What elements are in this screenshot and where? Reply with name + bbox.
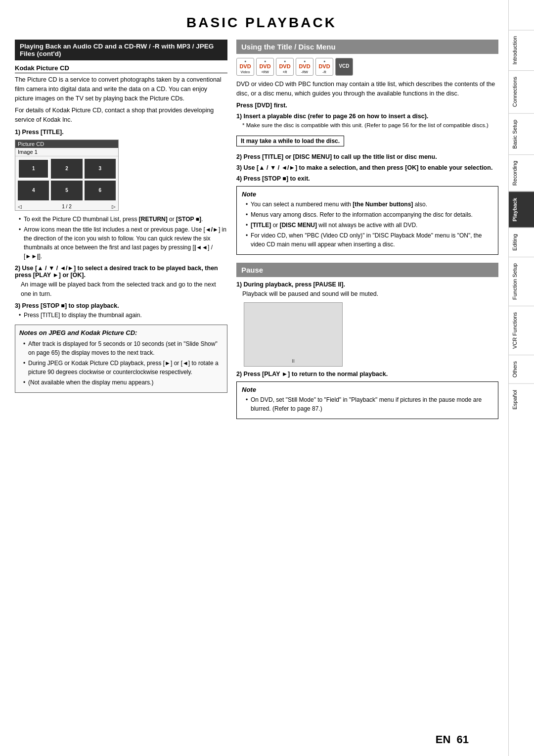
kodak-step3-label: 3) Press [STOP ■] to stop playback.	[15, 302, 227, 309]
disc-menu-intro: DVD or video CD with PBC function may co…	[236, 80, 498, 98]
thumb-5: 5	[51, 181, 82, 200]
kodak-step2-label: 2) Use [▲ / ▼ / ◄/►] to select a desired…	[15, 265, 227, 279]
kodak-para1: The Picture CD is a service to convert p…	[15, 75, 227, 103]
pause-step2-label: 2) Press [PLAY ►] to return to the norma…	[236, 371, 498, 378]
disc-step4-label: 4) Press [STOP ■] to exit.	[236, 175, 498, 182]
disc-step1-label: 1) Insert a playable disc (refer to page…	[236, 113, 498, 120]
thumb-1: 1	[18, 159, 49, 179]
notes-jpeg-bullet-3: (Not available when the display menu app…	[23, 378, 223, 387]
page-number: EN 61	[436, 733, 469, 746]
pause-image: ⏸	[244, 302, 343, 367]
sidebar-item-function-setup[interactable]: Function Setup	[509, 257, 534, 306]
nav-left: ◁	[18, 204, 22, 209]
pause-note-title: Note	[242, 386, 493, 393]
notes-jpeg-bullets: After track is displayed for 5 seconds o…	[19, 339, 223, 387]
notes-jpeg-section: Notes on JPEG and Kodak Picture CD: Afte…	[15, 325, 227, 393]
left-section-header: Playing Back an Audio CD and a CD-RW / -…	[15, 40, 227, 60]
kodak-subsection-header: Kodak Picture CD	[15, 64, 227, 73]
thumb-2: 2	[51, 159, 82, 179]
kodak-step2-body: An image will be played back from the se…	[15, 280, 227, 299]
sidebar: Introduction Connections Basic Setup Rec…	[508, 0, 534, 756]
kodak-bullets1: To exit the Picture CD thumbnail List, p…	[15, 215, 227, 261]
highlight-box: It may take a while to load the disc.	[236, 136, 344, 146]
right-column: Using the Title / Disc Menu ● DVD Video …	[236, 40, 498, 419]
disc-icon-dvd-minus-r: ● DVD -R	[315, 58, 333, 76]
sidebar-item-connections[interactable]: Connections	[509, 70, 534, 113]
bullet-exit: To exit the Picture CD thumbnail List, p…	[19, 215, 227, 224]
disc-note-bullets: You can select a numbered menu with [the…	[242, 200, 493, 249]
highlight-wrapper: It may take a while to load the disc.	[236, 133, 498, 149]
disc-note-bullet-3: [TITLE] or [DISC MENU] will not always b…	[246, 221, 493, 230]
kodak-step1-label: 1) Press [TITLE].	[15, 129, 227, 136]
picture-cd-nav: ◁ 1 / 2 ▷	[15, 203, 118, 210]
sidebar-item-vcr-functions[interactable]: VCR Functions	[509, 306, 534, 355]
main-content: BASIC PLAYBACK Playing Back an Audio CD …	[0, 0, 508, 756]
pause-section-header: Pause	[236, 263, 498, 277]
press-dvd-first-text: Press [DVD] first.	[236, 102, 287, 109]
thumb-3: 3	[85, 159, 116, 179]
press-dvd-first: Press [DVD] first.	[236, 102, 498, 109]
notes-jpeg-bullet-2: During JPEG or Kodak Picture CD playback…	[23, 359, 223, 377]
disc-note-bullet-1: You can select a numbered menu with [the…	[246, 200, 493, 209]
picture-cd-titlebar: Picture CD	[15, 140, 118, 148]
disc-note-bullet-2: Menus vary among discs. Refer to the inf…	[246, 210, 493, 219]
kodak-step3-bullet: Press [TITLE] to display the thumbnail a…	[19, 311, 227, 320]
disc-note-bullet-4: For video CD, when "PBC (Video CD only)"…	[246, 231, 493, 249]
notes-jpeg-bullet-1: After track is displayed for 5 seconds o…	[23, 339, 223, 357]
bullet-arrow: Arrow icons mean the title list includes…	[19, 225, 227, 261]
kodak-step3-bullets: Press [TITLE] to display the thumbnail a…	[15, 311, 227, 320]
page-title: BASIC PLAYBACK	[15, 10, 508, 31]
sidebar-item-recording[interactable]: Recording	[509, 154, 534, 191]
pause-step1-label: 1) During playback, press [PAUSE II].	[236, 281, 498, 288]
picture-cd-box: Picture CD Image 1 1 2 3 4 5 6 ◁ 1 / 2 ▷	[15, 140, 119, 211]
disc-icons-row: ● DVD Video ● DVD +RW ● DVD +R	[236, 58, 498, 76]
pause-section: Pause 1) During playback, press [PAUSE I…	[236, 263, 498, 420]
disc-step1-note: * Make sure the disc is compatible with …	[236, 121, 498, 129]
notes-jpeg-title: Notes on JPEG and Kodak Picture CD:	[19, 329, 223, 336]
pause-indicator: ⏸	[291, 358, 296, 364]
right-section-header: Using the Title / Disc Menu	[236, 40, 498, 54]
en-label: EN	[436, 733, 451, 746]
disc-step2-label: 2) Press [TITLE] or [DISC MENU] to call …	[236, 153, 498, 160]
disc-step3-label: 3) Use [▲ / ▼ / ◄/►] to make a selection…	[236, 164, 498, 171]
pause-note-box: Note On DVD, set "Still Mode" to "Field"…	[236, 381, 498, 419]
sidebar-item-introduction[interactable]: Introduction	[509, 30, 534, 70]
pause-step1-body: Playback will be paused and sound will b…	[236, 289, 498, 299]
sidebar-item-playback[interactable]: Playback	[509, 191, 534, 228]
disc-icon-dvd-video: ● DVD Video	[236, 58, 254, 76]
sidebar-item-editing[interactable]: Editing	[509, 228, 534, 257]
pause-note-bullet-1: On DVD, set "Still Mode" to "Field" in "…	[246, 395, 493, 413]
disc-icon-dvd-minus-rw: ● DVD -RW	[296, 58, 313, 76]
picture-cd-grid: 1 2 3 4 5 6	[15, 156, 118, 203]
thumb-4: 4	[18, 181, 49, 200]
picture-cd-image-label: Image 1	[15, 148, 118, 156]
pause-note-bullets: On DVD, set "Still Mode" to "Field" in "…	[242, 395, 493, 413]
kodak-para2: For details of Kodak Picture CD, contact…	[15, 106, 227, 125]
disc-icon-dvd-plus-r: ● DVD +R	[276, 58, 294, 76]
sidebar-item-basic-setup[interactable]: Basic Setup	[509, 113, 534, 155]
page-indicator: 1 / 2	[62, 204, 71, 209]
disc-note-title: Note	[242, 190, 493, 198]
sidebar-item-espanol[interactable]: Español	[509, 383, 534, 416]
nav-right: ▷	[112, 204, 116, 209]
left-column: Playing Back an Audio CD and a CD-RW / -…	[15, 40, 227, 419]
disc-note-box: Note You can select a numbered menu with…	[236, 186, 498, 255]
disc-icon-dvd-plus-rw: ● DVD +RW	[256, 58, 274, 76]
sidebar-item-others[interactable]: Others	[509, 355, 534, 383]
disc-icon-vcd: ● VCD	[335, 58, 353, 76]
thumb-6: 6	[85, 181, 116, 200]
